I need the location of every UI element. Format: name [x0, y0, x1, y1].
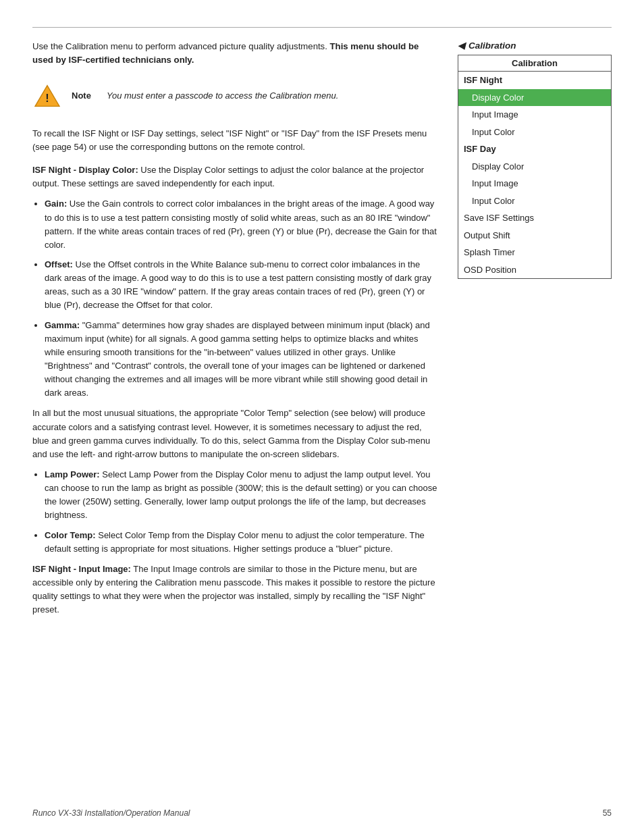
- bullet-lamp-text: Select Lamp Power from the Display Color…: [45, 469, 437, 520]
- note-box: ! Note You must enter a passcode to acce…: [32, 78, 439, 113]
- menu-title: Calibration: [458, 55, 611, 72]
- bullet-list-2: Lamp Power: Select Lamp Power from the D…: [45, 468, 439, 556]
- intro-text-before: Use the Calibration menu to perform adva…: [32, 41, 330, 51]
- bullet-gain-text: Use the Gain controls to correct color i…: [45, 199, 437, 249]
- bullet-offset-text: Use the Offset controls in the White Bal…: [45, 259, 431, 310]
- section2-heading: ISF Night - Input Image:: [32, 564, 131, 574]
- menu-item-display-color-night[interactable]: Display Color: [458, 89, 611, 107]
- bullet-item-offset: Offset: Use the Offset controls in the W…: [45, 258, 439, 313]
- menu-item-save-isf[interactable]: Save ISF Settings: [458, 209, 611, 227]
- footer-page-number: 55: [603, 808, 612, 818]
- bullet-offset-heading: Offset:: [45, 259, 73, 269]
- warning-icon: !: [32, 81, 62, 111]
- note-label: Note: [72, 90, 97, 101]
- intro-paragraph: Use the Calibration menu to perform adva…: [32, 40, 439, 68]
- menu-item-osd-position[interactable]: OSD Position: [458, 261, 611, 279]
- bullet-list-1: Gain: Use the Gain controls to correct c…: [45, 197, 439, 400]
- menu-item-output-shift[interactable]: Output Shift: [458, 227, 611, 244]
- main-layout: Use the Calibration menu to perform adva…: [32, 40, 612, 623]
- svg-text:!: !: [45, 92, 49, 104]
- menu-item-splash-timer[interactable]: Splash Timer: [458, 244, 611, 261]
- bullet-lamp-heading: Lamp Power:: [45, 469, 100, 479]
- menu-item-isfday: ISF Day: [458, 140, 611, 158]
- bullet-item-gamma: Gamma: "Gamma" determines how gray shade…: [45, 319, 439, 400]
- calibration-section-header: ◀ Calibration: [458, 40, 612, 51]
- section2-para: ISF Night - Input Image: The Input Image…: [32, 563, 439, 617]
- bullet-item-colortemp: Color Temp: Select Color Temp from the D…: [45, 529, 439, 556]
- bullet-gain-heading: Gain:: [45, 199, 67, 209]
- page-container: Use the Calibration menu to perform adva…: [0, 0, 644, 650]
- left-content: Use the Calibration menu to perform adva…: [32, 40, 439, 623]
- calibration-menu: Calibration ISF Night Display Color Inpu…: [458, 55, 612, 279]
- top-rule: [32, 27, 612, 28]
- menu-item-input-image-night[interactable]: Input Image: [458, 106, 611, 124]
- bullet-item-lamp: Lamp Power: Select Lamp Power from the D…: [45, 468, 439, 523]
- right-sidebar: ◀ Calibration Calibration ISF Night Disp…: [458, 40, 612, 279]
- gamma-extra-para: In all but the most unusual situations, …: [32, 407, 439, 461]
- bullet-gamma-text: "Gamma" determines how gray shades are d…: [45, 320, 430, 398]
- menu-item-input-color-day[interactable]: Input Color: [458, 192, 611, 210]
- recall-text: To recall the ISF Night or ISF Day setti…: [32, 127, 439, 154]
- bullet-item-gain: Gain: Use the Gain controls to correct c…: [45, 197, 439, 252]
- footer-left: Runco VX-33i Installation/Operation Manu…: [32, 808, 190, 818]
- bullet-colortemp-heading: Color Temp:: [45, 530, 96, 540]
- left-arrow-icon: ◀: [458, 40, 464, 51]
- menu-item-isfnight: ISF Night: [458, 72, 611, 89]
- bullet-colortemp-text: Select Color Temp from the Display Color…: [45, 530, 425, 554]
- page-footer: Runco VX-33i Installation/Operation Manu…: [32, 808, 612, 818]
- section1-heading: ISF Night - Display Color:: [32, 165, 138, 175]
- menu-item-display-color-day[interactable]: Display Color: [458, 158, 611, 176]
- note-text: You must enter a passcode to access the …: [107, 89, 338, 103]
- section1-intro: ISF Night - Display Color: Use the Displ…: [32, 163, 439, 190]
- calibration-header-label: Calibration: [468, 41, 516, 51]
- bullet-gamma-heading: Gamma:: [45, 320, 80, 330]
- menu-item-input-image-day[interactable]: Input Image: [458, 175, 611, 192]
- menu-item-input-color-night[interactable]: Input Color: [458, 124, 611, 141]
